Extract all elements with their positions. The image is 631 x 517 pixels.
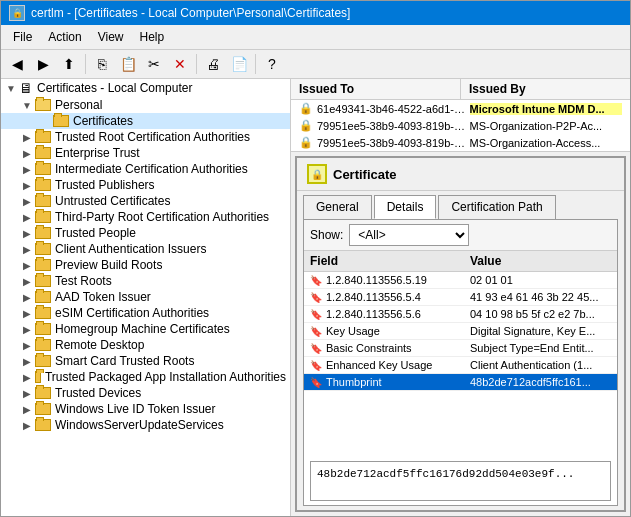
toolbar-help[interactable]: ? (260, 52, 284, 76)
main-content: ▼ 🖥 Certificates - Local Computer ▼ Pers… (1, 79, 630, 516)
tree-label-wsus: WindowsServerUpdateServices (55, 418, 224, 432)
tree-item-intermediate[interactable]: ▶ Intermediate Certification Authorities (1, 161, 290, 177)
tree-item-personal[interactable]: ▼ Personal (1, 97, 290, 113)
tree-toggle-trusted-people[interactable]: ▶ (19, 228, 35, 239)
tree-toggle-preview-build[interactable]: ▶ (19, 260, 35, 271)
title-bar: 🔒 certlm - [Certificates - Local Compute… (1, 1, 630, 25)
show-bar: Show: <All> (304, 220, 617, 251)
tree-toggle-smart-card[interactable]: ▶ (19, 356, 35, 367)
toolbar-forward[interactable]: ▶ (31, 52, 55, 76)
tree-item-enterprise[interactable]: ▶ Enterprise Trust (1, 145, 290, 161)
folder-icon-windows-live (35, 403, 51, 415)
menu-action[interactable]: Action (40, 27, 89, 47)
tree-toggle-homegroup[interactable]: ▶ (19, 324, 35, 335)
cert-row-0[interactable]: 🔒 61e49341-3b46-4522-a6d1-94b9... Micros… (291, 100, 630, 117)
tree-item-remote-desktop[interactable]: ▶ Remote Desktop (1, 337, 290, 353)
folder-icon-aad-token (35, 291, 51, 303)
cert-cell-to-1: 79951ee5-38b9-4093-819b-b6f6... (317, 120, 470, 132)
menu-help[interactable]: Help (132, 27, 173, 47)
toolbar-back[interactable]: ◀ (5, 52, 29, 76)
tree-item-untrusted[interactable]: ▶ Untrusted Certificates (1, 193, 290, 209)
cert-cell-to-0: 61e49341-3b46-4522-a6d1-94b9... (317, 103, 470, 115)
toolbar-copy[interactable]: ⎘ (90, 52, 114, 76)
show-select[interactable]: <All> (349, 224, 469, 246)
details-row-5[interactable]: 🔖 Enhanced Key Usage Client Authenticati… (304, 357, 617, 374)
tree-label-third-party: Third-Party Root Certification Authoriti… (55, 210, 269, 224)
details-cell-field-1: 🔖 1.2.840.113556.5.4 (304, 289, 464, 305)
tree-item-trusted-people[interactable]: ▶ Trusted People (1, 225, 290, 241)
cert-tabs: General Details Certification Path (297, 191, 624, 219)
tree-label-remote-desktop: Remote Desktop (55, 338, 144, 352)
tree-toggle-wsus[interactable]: ▶ (19, 420, 35, 431)
tree-item-aad-token[interactable]: ▶ AAD Token Issuer (1, 289, 290, 305)
folder-icon-trusted-root (35, 131, 51, 143)
tree-item-trusted-pub[interactable]: ▶ Trusted Publishers (1, 177, 290, 193)
toolbar-paste[interactable]: 📋 (116, 52, 140, 76)
tree-toggle-enterprise[interactable]: ▶ (19, 148, 35, 159)
cert-row-1[interactable]: 🔒 79951ee5-38b9-4093-819b-b6f6... MS-Org… (291, 117, 630, 134)
toolbar-properties[interactable]: 📄 (227, 52, 251, 76)
folder-icon-remote-desktop (35, 339, 51, 351)
tree-toggle-trusted-devices[interactable]: ▶ (19, 388, 35, 399)
tree-item-smart-card[interactable]: ▶ Smart Card Trusted Roots (1, 353, 290, 369)
details-row-0[interactable]: 🔖 1.2.840.113556.5.19 02 01 01 (304, 272, 617, 289)
tree-item-preview-build[interactable]: ▶ Preview Build Roots (1, 257, 290, 273)
details-row-6[interactable]: 🔖 Thumbprint 48b2de712acdf5ffc161... (304, 374, 617, 391)
folder-icon-homegroup (35, 323, 51, 335)
tree-label-trusted-root: Trusted Root Certification Authorities (55, 130, 250, 144)
tree-toggle-personal[interactable]: ▼ (19, 100, 35, 111)
tree-toggle-client-auth[interactable]: ▶ (19, 244, 35, 255)
tree-item-trusted-packaged[interactable]: ▶ Trusted Packaged App Installation Auth… (1, 369, 290, 385)
folder-icon-certificates (53, 115, 69, 127)
tree-toggle-windows-live[interactable]: ▶ (19, 404, 35, 415)
folder-icon-wsus (35, 419, 51, 431)
menu-view[interactable]: View (90, 27, 132, 47)
field-icon-0: 🔖 (310, 275, 322, 286)
cert-list-header: Issued To Issued By (291, 79, 630, 100)
tab-general[interactable]: General (303, 195, 372, 219)
tree-item-third-party[interactable]: ▶ Third-Party Root Certification Authori… (1, 209, 290, 225)
tree-toggle-trusted-pub[interactable]: ▶ (19, 180, 35, 191)
tree-item-client-auth[interactable]: ▶ Client Authentication Issuers (1, 241, 290, 257)
menu-file[interactable]: File (5, 27, 40, 47)
details-row-4[interactable]: 🔖 Basic Constraints Subject Type=End Ent… (304, 340, 617, 357)
details-row-1[interactable]: 🔖 1.2.840.113556.5.4 41 93 e4 61 46 3b 2… (304, 289, 617, 306)
toolbar-cut[interactable]: ✂ (142, 52, 166, 76)
folder-icon-untrusted (35, 195, 51, 207)
cert-row-icon-2: 🔒 (299, 136, 313, 149)
tree-item-trusted-root[interactable]: ▶ Trusted Root Certification Authorities (1, 129, 290, 145)
tab-certification-path[interactable]: Certification Path (438, 195, 555, 219)
tree-toggle-intermediate[interactable]: ▶ (19, 164, 35, 175)
field-icon-1: 🔖 (310, 292, 322, 303)
tree-toggle-untrusted[interactable]: ▶ (19, 196, 35, 207)
tree-toggle-test-roots[interactable]: ▶ (19, 276, 35, 287)
toolbar-export[interactable]: 🖨 (201, 52, 225, 76)
folder-icon-esim (35, 307, 51, 319)
tree-toggle-root[interactable]: ▼ (3, 83, 19, 94)
tree-item-certificates[interactable]: Certificates (1, 113, 290, 129)
tree-toggle-third-party[interactable]: ▶ (19, 212, 35, 223)
tree-item-trusted-devices[interactable]: ▶ Trusted Devices (1, 385, 290, 401)
details-row-2[interactable]: 🔖 1.2.840.113556.5.6 04 10 98 b5 5f c2 e… (304, 306, 617, 323)
tab-details[interactable]: Details (374, 195, 437, 219)
tree-label-enterprise: Enterprise Trust (55, 146, 140, 160)
tree-toggle-aad-token[interactable]: ▶ (19, 292, 35, 303)
details-row-3[interactable]: 🔖 Key Usage Digital Signature, Key E... (304, 323, 617, 340)
tree-item-wsus[interactable]: ▶ WindowsServerUpdateServices (1, 417, 290, 433)
tree-item-test-roots[interactable]: ▶ Test Roots (1, 273, 290, 289)
toolbar-up[interactable]: ⬆ (57, 52, 81, 76)
col-hdr-value: Value (464, 251, 617, 271)
tree-toggle-esim[interactable]: ▶ (19, 308, 35, 319)
tree-toggle-remote-desktop[interactable]: ▶ (19, 340, 35, 351)
tree-item-windows-live[interactable]: ▶ Windows Live ID Token Issuer (1, 401, 290, 417)
col-issued-by[interactable]: Issued By (461, 79, 630, 99)
col-issued-to[interactable]: Issued To (291, 79, 461, 99)
tree-toggle-trusted-root[interactable]: ▶ (19, 132, 35, 143)
tree-item-homegroup[interactable]: ▶ Homegroup Machine Certificates (1, 321, 290, 337)
tree-root[interactable]: ▼ 🖥 Certificates - Local Computer (1, 79, 290, 97)
tree-toggle-trusted-packaged[interactable]: ▶ (19, 372, 35, 383)
toolbar-delete[interactable]: ✕ (168, 52, 192, 76)
cert-dialog-title: 🔒 Certificate (297, 158, 624, 191)
cert-row-2[interactable]: 🔒 79951ee5-38b9-4093-819b-b6f6... MS-Org… (291, 134, 630, 151)
tree-item-esim[interactable]: ▶ eSIM Certification Authorities (1, 305, 290, 321)
